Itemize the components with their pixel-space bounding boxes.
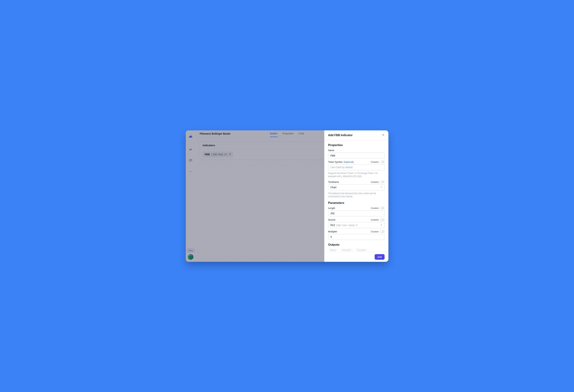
panel-title: Add FBB Indicator — [328, 134, 352, 137]
outputs-list: BasisUpper(1)Lower(1)Upper(0.764)Upper(0… — [328, 249, 385, 252]
ticker-custom-label: Custom — [371, 161, 379, 163]
output-chip[interactable]: Basis — [328, 249, 338, 252]
source-select[interactable]: hlc3 (high + low + close) / 3 — [328, 222, 385, 228]
timeframe-value: Chart — [330, 186, 336, 189]
name-label: Name — [328, 149, 334, 152]
source-hint: (high + low + close) / 3 — [336, 224, 357, 226]
output-chip[interactable]: Upper(1) — [340, 249, 353, 252]
name-input[interactable] — [328, 153, 385, 159]
timeframe-select[interactable]: Chart — [328, 184, 385, 190]
source-label: Source — [328, 219, 335, 221]
length-custom-toggle[interactable] — [380, 207, 385, 209]
multiplier-input[interactable] — [328, 234, 385, 240]
timeframe-custom-toggle[interactable] — [380, 181, 385, 183]
ticker-input[interactable] — [328, 164, 385, 170]
properties-heading: Properties — [328, 143, 385, 147]
add-button[interactable]: Add — [375, 254, 385, 260]
multiplier-custom-label: Custom — [371, 230, 379, 233]
length-input[interactable] — [328, 210, 385, 216]
close-icon — [382, 133, 385, 136]
outputs-heading: Outputs — [328, 243, 385, 246]
multiplier-custom-toggle[interactable] — [380, 230, 385, 233]
ticker-label: Ticker Symbol (Optional) — [328, 161, 354, 163]
ticker-optional: (Optional) — [344, 161, 354, 163]
length-label: Length — [328, 207, 335, 209]
app-window: Ultra Fibonacci Bollinger Bands Builder … — [186, 130, 389, 262]
output-chip[interactable]: Lower(1) — [355, 249, 368, 252]
chevron-updown-icon — [381, 224, 382, 227]
ticker-custom-toggle[interactable] — [380, 161, 385, 163]
ticker-label-text: Ticker Symbol — [328, 161, 342, 163]
ticker-help: Supports the format "Ticker" or "Exchang… — [328, 172, 385, 178]
add-indicator-panel: Add FBB Indicator Properties Name Ti — [324, 130, 389, 262]
source-value: hlc3 — [330, 224, 335, 226]
parameters-heading: Parameters — [328, 201, 385, 205]
source-custom-label: Custom — [371, 219, 379, 221]
timeframe-label: Timeframe — [328, 181, 339, 183]
chevron-updown-icon — [381, 186, 382, 189]
multiplier-label: Multiplier — [328, 230, 337, 233]
length-custom-label: Custom — [371, 207, 379, 209]
timeframe-custom-label: Custom — [371, 181, 379, 183]
source-custom-toggle[interactable] — [380, 219, 385, 221]
timeframe-help: The default is the interval of the chart… — [328, 192, 385, 198]
close-button[interactable] — [382, 133, 385, 137]
